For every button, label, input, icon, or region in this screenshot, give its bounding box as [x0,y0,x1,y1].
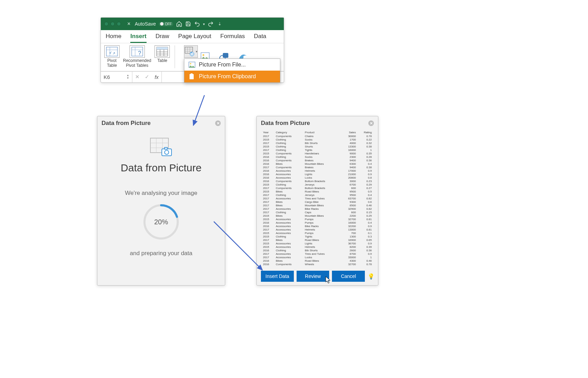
close-icon[interactable]: ✕ [368,120,374,126]
table-cell: 8200 [341,245,357,249]
table-row[interactable]: 2016AccessoriesLocks208000.8 [262,176,372,180]
table-row[interactable]: 2016ClothingSocks23000.28 [262,155,372,159]
table-row[interactable]: 2017ComponentsBottom Brackets6000.27 [262,187,372,190]
table-row[interactable]: 2016AccessoriesHelmets170000.9 [262,169,372,173]
cancel-button[interactable]: Cancel [332,271,365,282]
table-row[interactable]: 2017AccessoriesLocks330001 [262,256,372,259]
undo-chevron-icon[interactable]: ▾ [203,22,205,26]
cancel-formula-icon[interactable]: ✕ [132,74,142,80]
table-cell: 0.27 [357,187,372,190]
loading-subtext-2: and preparing your data [97,250,225,257]
pivot-table-label: Pivot Table [107,58,117,68]
table-row[interactable]: 2016AccessoriesLights210000.9 [262,173,372,176]
table-cell: 0.81 [357,218,372,221]
close-icon[interactable]: ✕ [215,120,221,126]
table-row[interactable]: 2015ComponentsHandlebars90000.35 [262,152,372,155]
redo-icon[interactable] [208,21,214,27]
table-row[interactable]: 2015ClothingTights13000.3 [262,235,372,238]
minimize-window-dot[interactable] [111,22,115,26]
table-row[interactable]: 2015ClothingJerseys67000.29 [262,183,372,187]
table-row[interactable]: 2015AccessoriesPumps7000.1 [262,232,372,235]
table-cell: 2017 [262,166,275,169]
tab-home[interactable]: Home [106,33,121,43]
table-cell: Clothing [275,249,304,252]
table-row[interactable]: 2015AccessoriesPumps327000.81 [262,218,372,221]
table-row[interactable]: 2017ClothingCaps6000.15 [262,211,372,214]
recommended-pivot-icon: ? [130,45,145,58]
review-button[interactable]: Review [297,271,330,282]
table-header: Product [304,131,341,135]
table-row[interactable]: 2016AccessoriesPumps160000.4 [262,221,372,225]
table-row[interactable]: 2017ComponentsBrakes94000.38 [262,166,372,169]
table-row[interactable]: 2016ComponentsBottom Brackets30000.23 [262,180,372,183]
table-row[interactable]: 2015BikesMountain Bikes22000.25 [262,214,372,218]
table-cell: Bottom Brackets [304,187,341,190]
table-row[interactable]: 2015AccessoriesHelmets82000.39 [262,245,372,249]
insert-data-button[interactable]: Insert Data [261,271,294,282]
table-cell: 16000 [341,221,357,225]
tab-page-layout[interactable]: Page Layout [178,33,211,43]
data-from-picture-button[interactable]: ▾ [184,45,198,58]
table-row[interactable]: 2016BikesMountain Bikes63000.4 [262,162,372,166]
tab-draw[interactable]: Draw [156,33,169,43]
table-cell: 2016 [262,249,275,252]
recommended-pivot-button[interactable]: ? Recommended Pivot Tables [123,45,151,68]
table-row[interactable]: 2017BikesCargo Bike93000.6 [262,200,372,204]
table-cell: Clothing [275,183,304,187]
picture-from-file-item[interactable]: Picture From File... [184,59,280,71]
table-row[interactable]: 2017AccessoriesBike Racks329000.82 [262,207,372,211]
table-cell: Locks [304,256,341,259]
table-row[interactable]: 2015ClothingSocks17000.22 [262,138,372,142]
table-row[interactable]: 2017ClothingTights160001 [262,148,372,152]
cell-reference-box[interactable]: K6 ▲▼ [101,74,132,80]
table-cell: Clothing [275,194,304,197]
accept-formula-icon[interactable]: ✓ [142,74,152,80]
table-cell: Mountain Bikes [304,214,341,218]
zoom-window-dot[interactable] [117,22,121,26]
table-row[interactable]: 2015AccessoriesLights367000.9 [262,242,372,245]
table-row[interactable]: 2016AccessoriesBike Racks322000.9 [262,225,372,228]
tab-data[interactable]: Data [254,33,266,43]
table-row[interactable]: 2017AccessoriesHelmets130000.81 [262,228,372,232]
table-row[interactable]: 2017AccessoriesTires and Tubes87000.9 [262,252,372,256]
table-row[interactable]: 2015BikesRoad Bikes95000.5 [262,190,372,194]
table-row[interactable]: 2017ClothingBib Shorts40000.32 [262,142,372,145]
table-row[interactable]: 2015ClothingShorts133000.38 [262,145,372,148]
table-cell: 1 [357,148,372,152]
picture-from-clipboard-item[interactable]: Picture From Clipboard [184,71,280,82]
table-row[interactable]: 2017BikesRoad Bikes169000.65 [262,238,372,242]
table-row[interactable]: 2017ComponentsChains300000.78 [262,135,372,138]
fx-icon[interactable]: fx [152,74,161,80]
table-row[interactable]: 2017ClothingJerseys95000.4 [262,194,372,197]
ribbon-tabs: Home Insert Draw Page Layout Formulas Da… [101,30,284,43]
table-cell: Wheels [304,263,341,266]
table-row[interactable]: 2016ClothingBib Shorts26000.36 [262,249,372,252]
table-row[interactable]: 2016ComponentsBrakes94000.36 [262,159,372,162]
autosave-state: OFF [165,22,172,26]
lightbulb-icon[interactable]: 💡 [368,273,374,280]
table-cell: 0.4 [357,194,372,197]
table-cell: 36700 [341,242,357,245]
pivot-table-button[interactable]: Pivot Table [104,45,120,68]
table-cell: 33000 [341,256,357,259]
close-window-dot[interactable] [104,22,108,26]
name-box-stepper[interactable]: ▲▼ [126,74,129,80]
save-icon[interactable] [185,21,191,27]
button-row: Insert Data Review Cancel 💡 [257,268,378,285]
table-row[interactable]: 2017AccessoriesTires and Tubes637000.82 [262,197,372,200]
undo-icon[interactable] [194,21,200,27]
tab-formulas[interactable]: Formulas [220,33,245,43]
customize-icon[interactable]: ⇣ [217,21,223,27]
svg-rect-21 [191,52,192,53]
home-icon[interactable] [176,21,182,27]
table-button[interactable]: Table [155,45,170,68]
table-cell: 2016 [262,159,275,162]
table-row[interactable]: 2016ComponentsWheels327000.78 [262,263,372,266]
close-icon[interactable]: × [126,21,132,27]
table-row[interactable]: 2016BikesRoad Bikes43000.46 [262,259,372,263]
table-row[interactable]: 2017BikesMountain Bikes85000.46 [262,204,372,207]
tab-insert[interactable]: Insert [130,33,146,43]
table-cell: Lights [304,173,341,176]
table-cell: 2016 [262,259,275,263]
autosave-toggle[interactable]: OFF [159,22,173,26]
